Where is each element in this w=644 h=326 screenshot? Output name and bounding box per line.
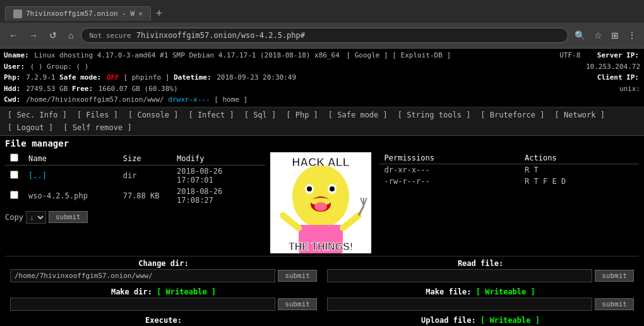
security-indicator: Not secure: [89, 32, 131, 40]
change-dir-row: submit: [10, 269, 317, 282]
exploitdb-link[interactable]: [ Exploit-DB ]: [392, 51, 451, 59]
read-file-submit[interactable]: submit: [595, 270, 634, 282]
phpinfo-link[interactable]: [ phpinfo ]: [123, 73, 169, 82]
change-dir-label: Change dir:: [10, 259, 317, 268]
file-table: Name Size Modify [..] dir 2018-08-26 17:…: [5, 152, 265, 206]
charset-value: UTF-8: [559, 51, 580, 59]
client-ip-label: Client IP:: [597, 73, 639, 82]
make-file-row: submit: [327, 298, 634, 311]
col-modify: Modify: [172, 152, 265, 166]
tab-favicon: [13, 9, 22, 18]
menu-button[interactable]: ⋮: [625, 28, 639, 43]
svg-point-4: [307, 186, 312, 191]
cwd-row: Cwd: /home/7hivinxooffgim57.onion/www/ d…: [4, 94, 640, 106]
make-dir-input[interactable]: [10, 298, 275, 311]
make-file-group: Make file: [ Writeable ] submit: [327, 287, 634, 311]
back-button[interactable]: ←: [5, 28, 21, 43]
row-name-1[interactable]: [..]: [23, 165, 118, 186]
select-all-checkbox[interactable]: [10, 154, 18, 162]
read-file-group: Read file: submit: [327, 259, 634, 282]
row-modify-2: 2018-08-26 17:08:27: [172, 186, 265, 206]
read-file-input[interactable]: [327, 269, 592, 282]
php-row: Php: 7.2.9-1 Safe mode: OFF [ phpinfo ] …: [4, 72, 296, 83]
change-dir-submit[interactable]: submit: [278, 270, 317, 282]
make-file-label: Make file: [ Writeable ]: [327, 287, 634, 296]
nav-files[interactable]: [ Files ]: [72, 109, 123, 121]
make-dir-submit[interactable]: submit: [278, 298, 317, 310]
row-checkbox-2[interactable]: [10, 191, 18, 199]
nav-bar: ← → ↺ ⌂ Not secure 7hivinxooffgim57.onio…: [0, 23, 644, 48]
col-size: Size: [118, 152, 172, 166]
row-size-2: 77.88 KB: [118, 186, 172, 206]
address-bar[interactable]: Not secure 7hivinxooffgim57.onion/wso-4.…: [81, 28, 568, 43]
forward-button[interactable]: →: [25, 28, 42, 43]
perms-row-2: -rw-r--r-- R T F E D: [379, 176, 640, 187]
client-ip-row: Client IP:: [597, 72, 640, 83]
tab-close-button[interactable]: ✕: [138, 9, 143, 18]
make-dir-label: Make dir: [ Writeable ]: [10, 287, 317, 296]
actions-value-1: R T: [520, 164, 639, 176]
svg-point-8: [314, 202, 327, 211]
make-file-input[interactable]: [327, 298, 592, 311]
php-version: 7.2.9-1: [26, 73, 55, 82]
copy-row: Copy ↓ submit: [5, 211, 265, 224]
nav-logout[interactable]: [ Logout ]: [3, 121, 58, 134]
nav-sec-info[interactable]: [ Sec. Info ]: [3, 109, 72, 121]
new-tab-button[interactable]: +: [151, 7, 168, 20]
cwd-label: Cwd:: [4, 95, 21, 104]
row-check-2: [5, 186, 23, 206]
uname-value: Linux dhosting 4.17.0-3-amd64 #1 SMP Deb…: [34, 51, 339, 59]
nav-network[interactable]: [ Network ]: [550, 109, 610, 121]
nav-console[interactable]: [ Console ]: [123, 109, 183, 121]
make-file-writeable: [ Writeable ]: [476, 287, 535, 296]
nav-sql[interactable]: [ Sql ]: [239, 109, 282, 121]
change-dir-input[interactable]: [10, 269, 275, 282]
google-link[interactable]: [ Google ]: [346, 51, 388, 59]
right-forms: Read file: submit Make file: [ Writeable…: [322, 257, 639, 326]
charset-server: UTF-8 Server IP:: [559, 50, 640, 61]
url-display: 7hivinxooffgim57.onion/wso-4.2.5.php#: [136, 31, 305, 40]
nav-self-remove[interactable]: [ Self remove ]: [58, 121, 136, 134]
uname-row: Uname: Linux dhosting 4.17.0-3-amd64 #1 …: [4, 50, 451, 61]
copy-select[interactable]: ↓: [26, 211, 46, 224]
table-row: [..] dir 2018-08-26 17:07:01: [5, 165, 265, 186]
meme-section: HACK ALL THE THINGS!: [270, 152, 374, 253]
perms-value-2: -rw-r--r--: [379, 176, 520, 187]
svg-point-5: [330, 186, 335, 191]
make-dir-writeable: [ Writeable ]: [157, 287, 216, 296]
copy-submit-button[interactable]: submit: [49, 211, 88, 223]
user-row: User: ( ) Group: ( ): [4, 61, 88, 73]
hdd-label: Hdd:: [4, 85, 21, 93]
make-file-submit[interactable]: submit: [595, 298, 634, 310]
datetime-value: 2018-09-23 20:30:49: [217, 73, 296, 82]
bookmark-button[interactable]: ☆: [592, 28, 605, 43]
actions-value-2: R T F E D: [520, 176, 639, 187]
php-label: Php:: [4, 73, 21, 82]
nav-infect[interactable]: [ Infect ]: [183, 109, 239, 121]
user-label: User:: [4, 63, 25, 71]
upload-file-writeable: [ Writeable ]: [480, 316, 540, 325]
perms-table: Permissions Actions dr-xr-x--- R T -rw-r…: [379, 152, 640, 187]
left-forms: Change dir: submit Make dir: [ Writeable…: [5, 257, 322, 326]
row-name-2[interactable]: wso-4.2.5.php: [23, 186, 118, 206]
nav-bruteforce[interactable]: [ Bruteforce ]: [475, 109, 549, 121]
meme-image: HACK ALL THE THINGS!: [270, 152, 371, 253]
nav-string-tools[interactable]: [ String tools ]: [393, 109, 476, 121]
safe-mode-value: OFF: [107, 73, 119, 82]
cwd-home[interactable]: [ home ]: [214, 95, 247, 104]
refresh-button[interactable]: ↺: [45, 28, 61, 43]
row-checkbox-1[interactable]: [10, 171, 18, 179]
home-button[interactable]: ⌂: [64, 28, 77, 43]
nav-safe-mode[interactable]: [ Safe mode ]: [323, 109, 393, 121]
file-manager: File manager Name Size Modify: [0, 136, 644, 326]
active-tab[interactable]: 7hivinxooffgim57.onion - W ✕: [5, 6, 151, 21]
extensions-button[interactable]: ⊞: [609, 28, 621, 43]
search-icon-button[interactable]: 🔍: [572, 28, 588, 43]
nav-menu: [ Sec. Info ] [ Files ] [ Console ] [ In…: [0, 107, 644, 136]
info-bar: Uname: Linux dhosting 4.17.0-3-amd64 #1 …: [0, 49, 644, 107]
nav-php[interactable]: [ Php ]: [281, 109, 323, 121]
uname-label: Uname:: [4, 51, 29, 59]
user-value: ( ) Group: ( ): [30, 63, 89, 71]
datetime-label: Datetime:: [174, 73, 212, 82]
safe-mode-label: Safe mode:: [59, 73, 101, 82]
